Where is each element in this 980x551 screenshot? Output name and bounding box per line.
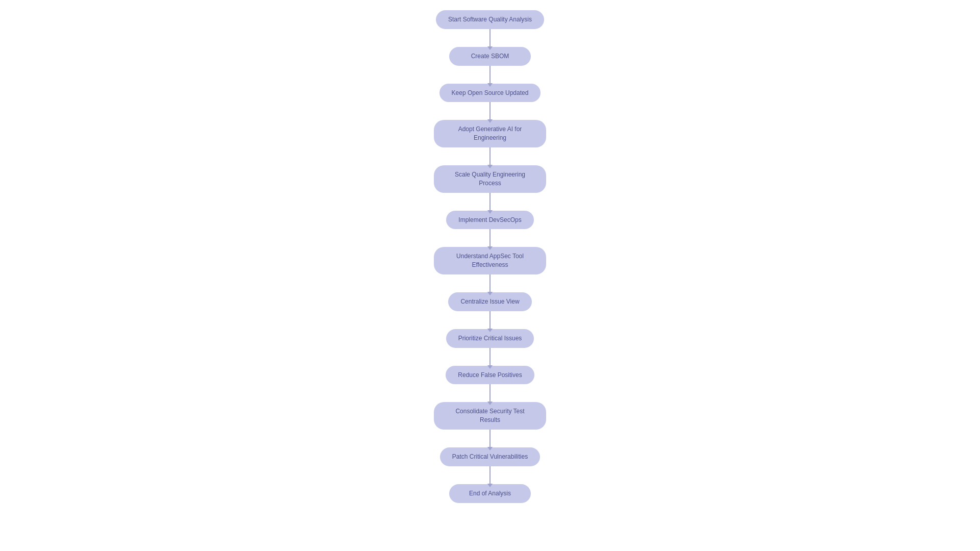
flow-node-adopt-gen-ai[interactable]: Adopt Generative AI for Engineering [434,120,546,147]
flow-node-understand-appsec[interactable]: Understand AppSec Tool Effectiveness [434,247,546,274]
connector-4 [489,193,491,211]
connector-10 [489,430,491,447]
connector-2 [489,102,491,120]
connector-7 [489,311,491,329]
connector-6 [489,274,491,292]
flow-node-start[interactable]: Start Software Quality Analysis [436,10,544,29]
connector-1 [489,66,491,84]
connector-5 [489,229,491,247]
connector-8 [489,348,491,366]
flowchart: Start Software Quality AnalysisCreate SB… [0,0,980,513]
connector-11 [489,466,491,484]
connector-9 [489,384,491,402]
flow-node-consolidate-security[interactable]: Consolidate Security Test Results [434,402,546,430]
flow-node-scale-quality[interactable]: Scale Quality Engineering Process [434,165,546,193]
connector-3 [489,147,491,165]
connector-0 [489,29,491,47]
